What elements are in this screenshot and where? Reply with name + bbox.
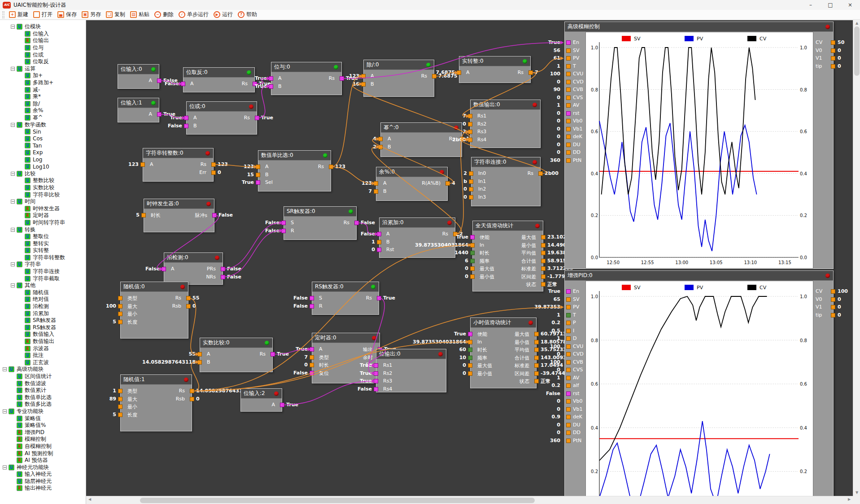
toolbar-button-help[interactable]: ?帮助	[236, 10, 260, 19]
tree-expander-icon[interactable]: −	[11, 67, 15, 71]
function-block-幂^:0[interactable]: 幂^:0A4Rs16B2	[380, 122, 462, 157]
input-port[interactable]	[377, 232, 381, 236]
tree-item-多路加+[interactable]: U多路加+	[0, 79, 86, 87]
function-block-数值输出:0[interactable]: 数值输出:0Rs17Rs20Rs32Rs42b00	[470, 100, 541, 148]
output-port[interactable]	[831, 313, 835, 317]
tree-item-策略值%[interactable]: U策略值%	[0, 422, 86, 429]
tree-group-时间[interactable]: −U时间	[0, 198, 86, 205]
input-port[interactable]	[469, 171, 473, 176]
input-port[interactable]	[566, 329, 571, 333]
toolbar-button-step-run[interactable]: ✓单步运行	[177, 10, 212, 19]
tree-item-整转实[interactable]: U整转实	[0, 240, 86, 247]
output-port[interactable]	[541, 243, 546, 248]
toolbar-button-delete[interactable]: −删除	[153, 10, 177, 19]
tree-group-专业功能块[interactable]: −U专业功能块	[0, 408, 86, 415]
input-port[interactable]	[566, 135, 571, 139]
input-port[interactable]	[118, 296, 122, 300]
function-block-字符串转整数:0[interactable]: 字符串转整数:0A123Rs123Err0	[143, 148, 214, 182]
function-block-小时值滑动统计[interactable]: 小时值滑动统计使能True最大值60.79713In39.87353040318…	[470, 317, 537, 388]
function-block-RS触发器:0[interactable]: RS触发器:0SFalseRsTrueRFalse	[312, 282, 379, 315]
input-port[interactable]	[310, 304, 314, 308]
input-port[interactable]	[566, 64, 571, 69]
output-port[interactable]	[831, 40, 835, 45]
output-port[interactable]	[211, 170, 216, 175]
input-port[interactable]	[566, 321, 571, 325]
output-port[interactable]	[186, 296, 191, 300]
maximize-button[interactable]: □	[821, 0, 840, 10]
tree-item-定时器[interactable]: R定时器	[0, 212, 86, 219]
input-port[interactable]	[566, 391, 571, 396]
input-port[interactable]	[566, 80, 571, 84]
tree-item-批注[interactable]: U批注	[0, 352, 86, 359]
output-port[interactable]	[541, 235, 546, 239]
tree-item-减-[interactable]: U减-	[0, 86, 86, 93]
input-port[interactable]	[310, 371, 314, 375]
tree-expander-icon[interactable]: −	[11, 200, 15, 204]
input-port[interactable]	[310, 355, 314, 360]
input-port[interactable]	[468, 356, 472, 360]
input-port[interactable]	[378, 137, 383, 141]
control-panel-高级模糊控制[interactable]: 高级模糊控制EnTrueSV56PV61T1CVU100CVD0CVB90CVS…	[564, 22, 834, 269]
output-port[interactable]	[329, 165, 333, 169]
input-port[interactable]	[566, 423, 571, 427]
function-block-除/:0[interactable]: 除/:0A123Rs7.6875B16	[363, 60, 434, 97]
function-block-位或:0[interactable]: 位或:0ATrueRsTrueBFalse	[186, 101, 257, 135]
input-port[interactable]	[469, 195, 473, 200]
tree-group-运算[interactable]: −U运算	[0, 65, 86, 73]
input-port[interactable]	[310, 363, 314, 367]
input-port[interactable]	[281, 221, 286, 225]
tree-item-加+[interactable]: U加+	[0, 72, 86, 79]
input-port[interactable]	[470, 266, 475, 271]
output-port[interactable]	[538, 171, 543, 176]
input-port[interactable]	[469, 179, 473, 184]
input-port[interactable]	[281, 229, 286, 233]
tree-item-输出神经元[interactable]: R输出神经元	[0, 485, 86, 492]
input-port[interactable]	[566, 289, 571, 294]
input-port[interactable]	[118, 312, 122, 316]
tree-item-余%[interactable]: U余%	[0, 107, 86, 114]
toolbar-button-open[interactable]: 打开	[31, 10, 56, 19]
output-port[interactable]	[541, 274, 546, 279]
input-port[interactable]	[470, 259, 475, 263]
horizontal-scroll-thumb[interactable]	[140, 498, 535, 503]
input-port[interactable]	[566, 40, 571, 45]
input-port[interactable]	[566, 352, 571, 356]
tree-item-示波器[interactable]: R示波器	[0, 345, 86, 352]
output-port[interactable]	[534, 363, 539, 368]
scroll-down-icon[interactable]: ▼	[853, 490, 860, 496]
output-port[interactable]	[534, 340, 539, 344]
tree-item-随机值[interactable]: U随机值	[0, 289, 86, 296]
output-port[interactable]	[157, 78, 162, 83]
minimize-button[interactable]: –	[801, 0, 821, 10]
tree-item-SR触发器[interactable]: USR触发器	[0, 317, 86, 324]
tree-item-绝对值[interactable]: U绝对值	[0, 296, 86, 303]
tree-expander-icon[interactable]: −	[3, 409, 7, 413]
tree-item-Sin[interactable]: USin	[0, 128, 86, 135]
scroll-up-icon[interactable]: ▲	[853, 20, 860, 26]
input-port[interactable]	[118, 404, 122, 409]
tree-item-数值输出[interactable]: R数值输出	[0, 338, 86, 345]
tree-item-沿累加[interactable]: U沿累加	[0, 310, 86, 317]
tree-item-位或[interactable]: U位或	[0, 51, 86, 58]
toolbar-button-run[interactable]: ▶运行	[212, 10, 236, 19]
tree-item-Tan[interactable]: UTan	[0, 142, 86, 149]
tree-item-策略值[interactable]: U策略值	[0, 415, 86, 422]
output-port[interactable]	[280, 403, 284, 407]
input-port[interactable]	[566, 407, 571, 412]
input-port[interactable]	[468, 122, 472, 126]
input-port[interactable]	[374, 363, 378, 368]
input-port[interactable]	[566, 360, 571, 365]
toolbar-button-save[interactable]: ▄保存	[56, 10, 80, 19]
output-port[interactable]	[534, 379, 539, 383]
input-port[interactable]	[566, 439, 571, 443]
input-port[interactable]	[162, 267, 166, 271]
close-button[interactable]: ×	[840, 0, 860, 10]
designer-canvas[interactable]: 位输入:0AFalse位取反:0AFalseRsTrue位与:0ATrueRsT…	[86, 20, 853, 496]
input-port[interactable]	[566, 72, 571, 76]
input-port[interactable]	[140, 162, 145, 167]
input-port[interactable]	[374, 379, 378, 383]
tree-item-数值累计[interactable]: U数值累计	[0, 387, 86, 394]
tree-item-位与[interactable]: U位与	[0, 44, 86, 52]
input-port[interactable]	[468, 340, 472, 344]
output-port[interactable]	[271, 352, 275, 356]
